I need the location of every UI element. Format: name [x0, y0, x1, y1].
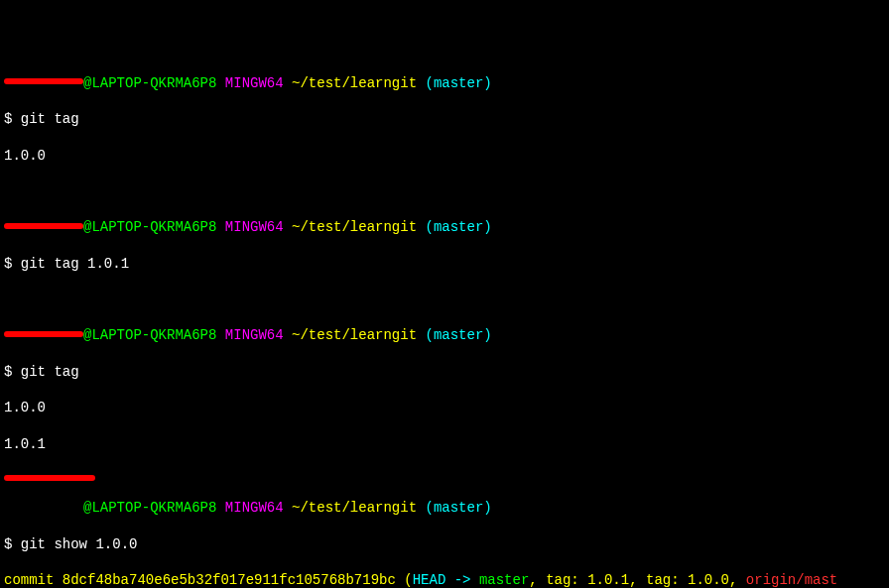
cwd-path: ~/test/learngit [292, 219, 417, 235]
cwd-path: ~/test/learngit [292, 500, 417, 516]
host: @LAPTOP-QKRMA6P8 [83, 219, 216, 235]
command-line: $ git tag [4, 110, 885, 128]
redacted-user [4, 78, 83, 84]
commit-hash: 8dcf48ba740e6e5b32f017e911fc105768b719bc [63, 572, 396, 588]
tag-name: 1.0.1 [587, 572, 629, 588]
command-line: $ git tag [4, 363, 885, 381]
blank-line [4, 291, 885, 308]
mingw-label: MINGW64 [225, 219, 284, 235]
branch-label: (master) [425, 327, 491, 343]
output-line: 1.0.1 [4, 435, 885, 453]
host: @LAPTOP-QKRMA6P8 [83, 500, 216, 516]
prompt-line: @LAPTOP-QKRMA6P8 MINGW64 ~/test/learngit… [4, 326, 885, 344]
branch-label: (master) [425, 219, 491, 235]
prompt-line: @LAPTOP-QKRMA6P8 MINGW64 ~/test/learngit… [4, 74, 885, 92]
command-text[interactable]: git tag [21, 364, 79, 380]
branch-label: (master) [425, 500, 491, 516]
origin-master-ref: origin/mast [746, 572, 837, 588]
host: @LAPTOP-QKRMA6P8 [83, 327, 216, 343]
host: @LAPTOP-QKRMA6P8 [83, 75, 216, 91]
redacted-user [4, 475, 95, 481]
branch-label: (master) [425, 75, 491, 91]
command-text[interactable]: git show 1.0.0 [21, 536, 138, 552]
output-line: 1.0.0 [4, 399, 885, 416]
mingw-label: MINGW64 [225, 327, 284, 343]
blank-line [4, 471, 885, 489]
redacted-user [4, 331, 83, 337]
commit-label: commit [4, 572, 63, 588]
head-ref: HEAD -> [413, 572, 479, 588]
output-line: 1.0.0 [4, 147, 885, 165]
prompt-line: @LAPTOP-QKRMA6P8 MINGW64 ~/test/learngit… [4, 218, 885, 236]
command-line: $ git tag 1.0.1 [4, 255, 885, 273]
cwd-path: ~/test/learngit [292, 327, 417, 343]
prompt-line: @LAPTOP-QKRMA6P8 MINGW64 ~/test/learngit… [4, 499, 885, 517]
mingw-label: MINGW64 [225, 500, 284, 516]
mingw-label: MINGW64 [225, 75, 284, 91]
master-ref: master [479, 572, 529, 588]
command-text[interactable]: git tag 1.0.1 [21, 256, 129, 272]
blank-line [4, 182, 885, 200]
command-line: $ git show 1.0.0 [4, 535, 885, 553]
redacted-user [4, 223, 83, 229]
tag-label: tag: [546, 572, 587, 588]
command-text[interactable]: git tag [21, 111, 79, 127]
commit-line: commit 8dcf48ba740e6e5b32f017e911fc10576… [4, 571, 885, 588]
tag-label: tag: [646, 572, 688, 588]
cwd-path: ~/test/learngit [292, 75, 417, 91]
tag-name: 1.0.0 [688, 572, 729, 588]
